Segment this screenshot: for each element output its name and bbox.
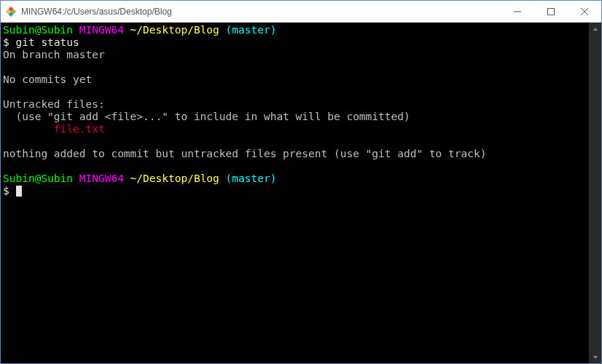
output-line: Untracked files: [3,98,105,110]
output-line: No commits yet [3,74,92,85]
prompt-path: ~/Desktop/Blog [130,173,219,184]
app-icon [5,6,17,17]
window-frame: MINGW64:/c/Users/asus/Desktop/Blog Subin… [0,0,602,364]
svg-rect-6 [548,8,555,15]
scroll-up-icon[interactable] [589,23,601,35]
scroll-down-icon[interactable] [589,351,601,363]
prompt-symbol: $ [3,185,9,197]
scrollbar[interactable] [589,23,601,363]
prompt-path: ~/Desktop/Blog [130,24,219,36]
prompt-user: Subin@Subin [3,24,73,36]
output-line: On branch master [3,49,105,60]
prompt-env: MINGW64 [79,173,124,184]
window-title: MINGW64:/c/Users/asus/Desktop/Blog [21,7,501,17]
terminal-output[interactable]: Subin@Subin MINGW64 ~/Desktop/Blog (mast… [1,23,589,363]
minimize-button[interactable] [501,1,534,22]
output-line: (use "git add <file>..." to include in w… [3,111,410,122]
svg-marker-10 [593,356,598,359]
close-button[interactable] [568,1,601,22]
svg-marker-9 [593,28,598,31]
titlebar[interactable]: MINGW64:/c/Users/asus/Desktop/Blog [1,1,601,23]
prompt-env: MINGW64 [79,24,124,36]
terminal-area: Subin@Subin MINGW64 ~/Desktop/Blog (mast… [1,23,601,363]
prompt-branch: (master) [226,173,277,184]
prompt-user: Subin@Subin [3,173,73,184]
window-controls [501,1,601,22]
prompt-branch: (master) [226,24,277,36]
untracked-file: file.txt [3,123,105,135]
maximize-button[interactable] [534,1,568,22]
output-line: nothing added to commit but untracked fi… [3,148,486,159]
command-text: git status [15,36,79,48]
cursor [16,186,22,197]
prompt-symbol: $ [3,36,9,48]
